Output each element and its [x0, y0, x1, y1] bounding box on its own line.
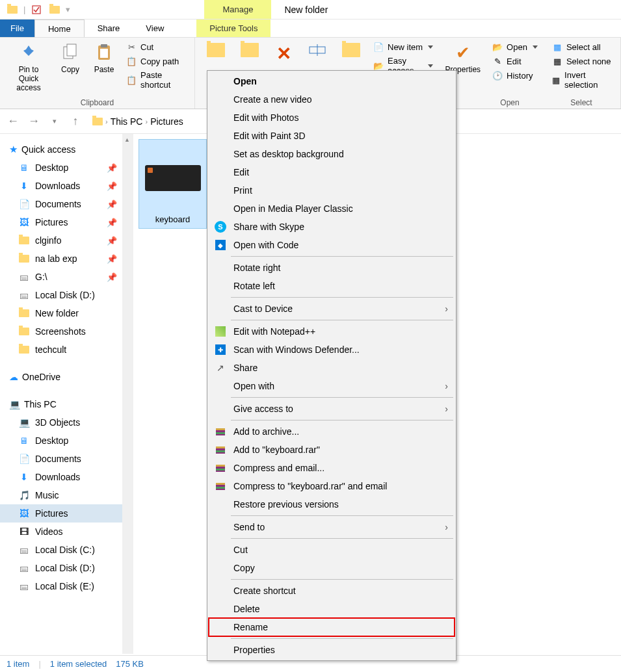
- menu-item[interactable]: Rotate right: [209, 259, 455, 277]
- sidebar-item[interactable]: 🎞Videos: [0, 523, 122, 541]
- edit-button[interactable]: ✎Edit: [490, 55, 540, 68]
- menu-item[interactable]: Add to "keyboard.rar": [209, 441, 455, 459]
- pin-quick-access-button[interactable]: Pin to Quick access: [7, 40, 51, 95]
- menu-item[interactable]: Open: [209, 72, 455, 90]
- file-tile-keyboard[interactable]: keyboard: [139, 139, 207, 229]
- menu-item[interactable]: Give access to›: [209, 400, 455, 418]
- menu-item[interactable]: Compress to "keyboard.rar" and email: [209, 477, 455, 495]
- folder-icon: [92, 118, 103, 125]
- tab-file[interactable]: File: [0, 19, 34, 37]
- breadcrumb-pictures[interactable]: Pictures: [150, 116, 183, 127]
- sidebar-item[interactable]: 🖴Local Disk (E:): [0, 577, 122, 595]
- menu-item[interactable]: ↗Share: [209, 359, 455, 377]
- up-button[interactable]: ↑: [68, 114, 83, 129]
- menu-item[interactable]: Open in Media Player Classic: [209, 200, 455, 218]
- tab-home[interactable]: Home: [34, 19, 85, 37]
- paste-shortcut-button[interactable]: 📋Paste shortcut: [124, 69, 188, 91]
- sidebar-item[interactable]: 📄Documents📌: [0, 195, 122, 213]
- history-button[interactable]: 🕑History: [490, 69, 540, 82]
- select-none-button[interactable]: ▦Select none: [549, 55, 614, 68]
- menu-item[interactable]: Cast to Device›: [209, 300, 455, 318]
- recent-dropdown[interactable]: ▾: [47, 114, 62, 129]
- tab-picture-tools[interactable]: Picture Tools: [196, 19, 271, 37]
- scrollbar[interactable]: [122, 134, 133, 654]
- sidebar-item[interactable]: clginfo📌: [0, 231, 122, 250]
- menu-item[interactable]: Set as desktop background: [209, 145, 455, 163]
- chevron-down-icon: [428, 64, 433, 68]
- sidebar-item[interactable]: 🖼Pictures: [0, 504, 122, 523]
- forward-button[interactable]: →: [26, 114, 42, 129]
- blank-icon: [214, 380, 227, 393]
- properties-qat-icon[interactable]: [28, 1, 45, 18]
- sidebar-item-label: Local Disk (C:): [35, 545, 95, 555]
- menu-item[interactable]: Copy: [209, 559, 455, 577]
- menu-item[interactable]: Send to›: [209, 518, 455, 536]
- menu-item[interactable]: Add to archive...: [209, 422, 455, 441]
- cut-button[interactable]: ✂Cut: [124, 40, 188, 53]
- menu-item[interactable]: ◆Open with Code: [209, 236, 455, 254]
- pin-icon: 📌: [107, 254, 117, 264]
- menu-item[interactable]: Properties: [209, 641, 455, 659]
- menu-item-label: Properties: [233, 645, 275, 655]
- pin-icon: 📌: [107, 163, 117, 173]
- menu-item[interactable]: Edit with Photos: [209, 109, 455, 127]
- sidebar-item[interactable]: 🖼Pictures📌: [0, 213, 122, 231]
- tab-view[interactable]: View: [133, 19, 177, 37]
- menu-item[interactable]: Rename: [209, 618, 455, 636]
- menu-item[interactable]: Rotate left: [209, 277, 455, 295]
- menu-item[interactable]: Open with›: [209, 377, 455, 395]
- breadcrumb[interactable]: › This PC › Pictures: [88, 116, 187, 127]
- nav-onedrive[interactable]: ☁OneDrive: [0, 368, 122, 386]
- tab-share[interactable]: Share: [85, 19, 133, 37]
- keyboard-image: [145, 165, 201, 191]
- folder-icon[interactable]: [4, 1, 21, 18]
- menu-item[interactable]: Edit with Paint 3D: [209, 127, 455, 145]
- copy-button[interactable]: Copy: [56, 40, 85, 77]
- nav-tree[interactable]: ★Quick access🖥Desktop📌⬇Downloads📌📄Docume…: [0, 134, 122, 654]
- menu-item-label: Scan with Windows Defender...: [233, 344, 360, 355]
- menu-item[interactable]: ✚Scan with Windows Defender...: [209, 341, 455, 359]
- sidebar-item[interactable]: techcult: [0, 341, 122, 359]
- menu-item[interactable]: Print: [209, 181, 455, 200]
- nav-this-pc[interactable]: 💻This PC: [0, 395, 122, 413]
- menu-item[interactable]: Compress and email...: [209, 459, 455, 477]
- paste-button[interactable]: Paste: [90, 40, 118, 77]
- sidebar-item[interactable]: 💻3D Objects: [0, 413, 122, 432]
- invert-selection-button[interactable]: ▦Invert selection: [549, 69, 614, 91]
- menu-item-label: Edit with Notepad++: [233, 326, 315, 337]
- sidebar-item[interactable]: 🖴Local Disk (D:): [0, 559, 122, 577]
- new-item-button[interactable]: 📄New item: [371, 40, 436, 53]
- menu-item[interactable]: Edit: [209, 163, 455, 181]
- copy-path-label: Copy path: [140, 57, 179, 66]
- breadcrumb-this-pc[interactable]: This PC: [111, 116, 143, 127]
- sidebar-item[interactable]: 📄Documents: [0, 450, 122, 468]
- menu-item[interactable]: Cut: [209, 541, 455, 559]
- sidebar-item[interactable]: 🖥Desktop📌: [0, 159, 122, 177]
- sidebar-item[interactable]: 🖥Desktop: [0, 432, 122, 450]
- sidebar-item[interactable]: 🖴Local Disk (C:): [0, 541, 122, 559]
- menu-item[interactable]: SShare with Skype: [209, 218, 455, 236]
- sidebar-item[interactable]: ⬇Downloads: [0, 468, 122, 486]
- menu-item[interactable]: Delete: [209, 600, 455, 618]
- sidebar-item[interactable]: 🖴Local Disk (D:): [0, 286, 122, 304]
- open-button[interactable]: 📂Open: [490, 40, 540, 53]
- sidebar-item[interactable]: ⬇Downloads📌: [0, 177, 122, 195]
- nav-quick-access[interactable]: ★Quick access: [0, 140, 122, 159]
- menu-item[interactable]: Restore previous versions: [209, 495, 455, 513]
- skype-icon: S: [214, 220, 227, 233]
- sidebar-item[interactable]: 🎵Music: [0, 486, 122, 504]
- menu-item[interactable]: Edit with Notepad++: [209, 322, 455, 341]
- menu-item-label: Create a new video: [233, 94, 312, 105]
- sidebar-item[interactable]: Screenshots: [0, 322, 122, 341]
- sidebar-item[interactable]: New folder: [0, 304, 122, 322]
- copy-path-button[interactable]: 📋Copy path: [124, 55, 188, 68]
- back-button[interactable]: ←: [5, 114, 21, 129]
- menu-item[interactable]: Create shortcut: [209, 582, 455, 600]
- blank-icon: [214, 584, 227, 597]
- menu-item[interactable]: Create a new video: [209, 90, 455, 109]
- submenu-arrow-icon: ›: [445, 304, 448, 314]
- folder-qat-icon[interactable]: [46, 1, 63, 18]
- sidebar-item[interactable]: na lab exp📌: [0, 250, 122, 268]
- sidebar-item[interactable]: 🖴G:\📌: [0, 268, 122, 286]
- select-all-button[interactable]: ▦Select all: [549, 40, 614, 53]
